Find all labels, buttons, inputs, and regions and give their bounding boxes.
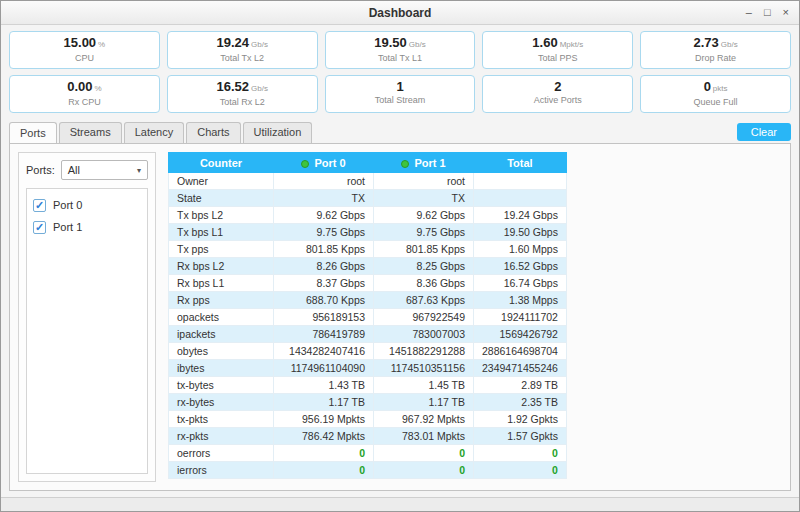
ports-filter-select[interactable]: All ▾ <box>61 160 148 180</box>
stat-card: 2Active Ports <box>482 75 633 113</box>
maximize-icon[interactable]: □ <box>764 7 771 18</box>
value-cell <box>474 190 567 207</box>
port-checkbox[interactable]: ✓ <box>33 199 46 212</box>
tab-bar: PortsStreamsLatencyChartsUtilization Cle… <box>9 121 791 143</box>
value-cell: 2349471455246 <box>474 360 567 377</box>
port-list-item: ✓Port 0 <box>33 194 141 216</box>
stats-row-top: 15.00%CPU19.24Gb/sTotal Tx L219.50Gb/sTo… <box>9 31 791 69</box>
value-cell: 956189153 <box>274 309 374 326</box>
close-icon[interactable]: × <box>783 7 789 18</box>
value-cell: 0 <box>474 462 567 479</box>
ports-filter-row: Ports: All ▾ <box>26 160 148 180</box>
counter-name-cell: ierrors <box>169 462 274 479</box>
value-cell: 786.42 Mpkts <box>274 428 374 445</box>
port-list-item: ✓Port 1 <box>33 216 141 238</box>
column-header: Counter <box>169 153 274 173</box>
stat-unit: % <box>98 40 105 49</box>
counter-name-cell: Rx bps L1 <box>169 275 274 292</box>
stat-value: 15.00% <box>10 35 159 52</box>
tab-streams[interactable]: Streams <box>59 122 122 143</box>
port-list: ✓Port 0✓Port 1 <box>26 188 148 474</box>
table-row: Rx pps688.70 Kpps687.63 Kpps1.38 Mpps <box>169 292 567 309</box>
stat-label: Active Ports <box>483 95 632 106</box>
stat-value: 19.50Gb/s <box>326 35 475 52</box>
stat-label: Total Stream <box>326 95 475 106</box>
window-controls: – □ × <box>746 7 799 18</box>
table-row: Tx bps L29.62 Gbps9.62 Gbps19.24 Gbps <box>169 207 567 224</box>
value-cell: TX <box>374 190 474 207</box>
table-row: rx-bytes1.17 TB1.17 TB2.35 TB <box>169 394 567 411</box>
column-header: Port 0 <box>274 153 374 173</box>
ports-tab-content: Ports: All ▾ ✓Port 0✓Port 1 CounterPort … <box>9 143 791 491</box>
stat-label: Drop Rate <box>641 53 790 64</box>
stat-card: 0pktsQueue Full <box>640 75 791 113</box>
stat-value: 0.00% <box>10 79 159 96</box>
value-cell: 16.74 Gbps <box>474 275 567 292</box>
value-cell: 967922549 <box>374 309 474 326</box>
counter-name-cell: Owner <box>169 173 274 190</box>
value-cell: 8.26 Gbps <box>274 258 374 275</box>
counter-name-cell: Tx pps <box>169 241 274 258</box>
stat-value: 2.73Gb/s <box>641 35 790 52</box>
ports-sidebar: Ports: All ▾ ✓Port 0✓Port 1 <box>18 152 156 482</box>
counter-name-cell: State <box>169 190 274 207</box>
counter-name-cell: opackets <box>169 309 274 326</box>
window-title: Dashboard <box>1 6 799 20</box>
column-header-label: Counter <box>200 157 242 169</box>
stat-value: 0pkts <box>641 79 790 96</box>
stat-unit: Mpkt/s <box>560 40 584 49</box>
value-cell <box>474 173 567 190</box>
value-cell: 783.01 Mpkts <box>374 428 474 445</box>
counters-table-wrap: CounterPort 0Port 1Total OwnerrootrootSt… <box>168 152 567 482</box>
counter-name-cell: ipackets <box>169 326 274 343</box>
stat-value: 2 <box>483 79 632 94</box>
counter-name-cell: rx-bytes <box>169 394 274 411</box>
stat-label: Queue Full <box>641 97 790 108</box>
table-header-row: CounterPort 0Port 1Total <box>169 153 567 173</box>
stat-card: 1.60Mpkt/sTotal PPS <box>482 31 633 69</box>
table-row: ipackets7864197897830070031569426792 <box>169 326 567 343</box>
value-cell: 8.36 Gbps <box>374 275 474 292</box>
value-cell: 783007003 <box>374 326 474 343</box>
table-row: StateTXTX <box>169 190 567 207</box>
port-checkbox[interactable]: ✓ <box>33 221 46 234</box>
value-cell: 9.75 Gbps <box>274 224 374 241</box>
stat-card: 19.24Gb/sTotal Tx L2 <box>167 31 318 69</box>
value-cell: root <box>274 173 374 190</box>
tab-latency[interactable]: Latency <box>124 122 185 143</box>
counter-name-cell: Tx bps L2 <box>169 207 274 224</box>
value-cell: 8.25 Gbps <box>374 258 474 275</box>
stat-card: 1Total Stream <box>325 75 476 113</box>
port-checkbox-label: Port 1 <box>53 221 82 233</box>
counters-table: CounterPort 0Port 1Total OwnerrootrootSt… <box>168 152 567 479</box>
table-row: Ownerrootroot <box>169 173 567 190</box>
value-cell: 1.60 Mpps <box>474 241 567 258</box>
value-cell: 1.57 Gpkts <box>474 428 567 445</box>
value-cell: 8.37 Gbps <box>274 275 374 292</box>
minimize-icon[interactable]: – <box>746 7 752 18</box>
value-cell: 19.24 Gbps <box>474 207 567 224</box>
value-cell: 801.85 Kpps <box>274 241 374 258</box>
value-cell: 1.17 TB <box>274 394 374 411</box>
value-cell: 1924111702 <box>474 309 567 326</box>
stat-label: Rx CPU <box>10 97 159 108</box>
table-row: Rx bps L28.26 Gbps8.25 Gbps16.52 Gbps <box>169 258 567 275</box>
tab-charts[interactable]: Charts <box>186 122 240 143</box>
value-cell: 956.19 Mpkts <box>274 411 374 428</box>
stat-unit: % <box>94 84 101 93</box>
stat-label: Total Tx L1 <box>326 53 475 64</box>
stats-row-bottom: 0.00%Rx CPU16.52Gb/sTotal Rx L21Total St… <box>9 75 791 113</box>
clear-button[interactable]: Clear <box>737 123 791 141</box>
value-cell: 0 <box>274 462 374 479</box>
stat-value: 1.60Mpkt/s <box>483 35 632 52</box>
value-cell: 1174510351156 <box>374 360 474 377</box>
stat-card: 2.73Gb/sDrop Rate <box>640 31 791 69</box>
stat-card: 0.00%Rx CPU <box>9 75 160 113</box>
table-row: oerrors000 <box>169 445 567 462</box>
counter-name-cell: ibytes <box>169 360 274 377</box>
value-cell: 2.89 TB <box>474 377 567 394</box>
ports-label: Ports: <box>26 164 55 176</box>
value-cell: 1434282407416 <box>274 343 374 360</box>
tab-ports[interactable]: Ports <box>9 122 57 143</box>
tab-utilization[interactable]: Utilization <box>243 122 313 143</box>
